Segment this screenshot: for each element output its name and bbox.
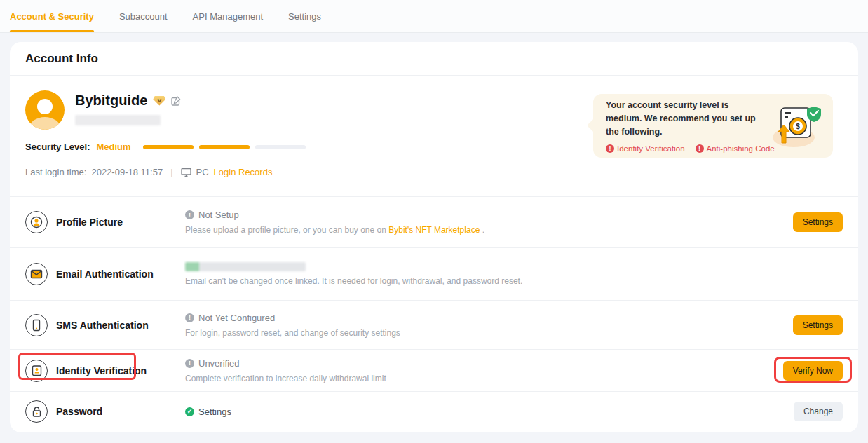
nft-marketplace-link[interactable]: Bybit's NFT Marketplace xyxy=(388,225,480,235)
meter-segment-filled xyxy=(199,145,250,149)
info-icon: ! xyxy=(185,210,194,219)
avatar[interactable] xyxy=(25,90,65,130)
monitor-icon xyxy=(181,168,191,177)
identity-card-icon xyxy=(25,360,48,382)
phone-icon xyxy=(25,314,48,336)
notice-item-anti-phishing-code[interactable]: ! Anti-phishing Code xyxy=(696,144,775,153)
last-login-time: 2022-09-18 11:57 xyxy=(91,167,163,177)
security-illustration: $ xyxy=(770,104,825,149)
page-title: Account Info xyxy=(25,52,98,66)
status-line: ✓ Settings xyxy=(185,407,794,417)
login-records-link[interactable]: Login Records xyxy=(214,167,273,177)
change-password-button[interactable]: Change xyxy=(794,402,843,421)
status-description: Email can't be changed once linked. It i… xyxy=(185,276,843,286)
check-icon: ✓ xyxy=(185,407,194,416)
tab-api-management[interactable]: API Management xyxy=(193,0,263,32)
alert-icon: ! xyxy=(606,144,614,153)
meter-segment-filled xyxy=(143,145,194,149)
notice-item-label: Anti-phishing Code xyxy=(707,144,775,153)
svg-text:$: $ xyxy=(796,123,800,130)
status-line: ! Not Yet Configured xyxy=(185,313,793,323)
lock-icon xyxy=(25,400,48,423)
separator: | xyxy=(170,167,172,177)
row-password: Password ✓ Settings Change xyxy=(10,391,858,431)
row-profile-picture: Profile Picture ! Not Setup Please uploa… xyxy=(10,196,858,247)
status-description: For login, password reset, and change of… xyxy=(185,328,793,338)
sms-settings-button[interactable]: Settings xyxy=(793,315,843,335)
row-email-authentication: Email Authentication Email can't be chan… xyxy=(10,247,858,300)
notice-item-identity-verification[interactable]: ! Identity Verification xyxy=(606,144,685,153)
security-level-label: Security Level: xyxy=(25,142,90,152)
edit-username-icon[interactable] xyxy=(171,96,181,106)
notice-title: Your account security level is medium. W… xyxy=(606,99,766,138)
row-label: Email Authentication xyxy=(56,268,154,280)
meter-segment-empty xyxy=(255,145,306,149)
security-notice-bubble: Your account security level is medium. W… xyxy=(593,94,833,158)
status-line: ! Unverified xyxy=(185,358,783,369)
avatar-head-shape xyxy=(37,99,53,114)
status-text: Not Yet Configured xyxy=(198,313,275,323)
vip-badge-icon: V xyxy=(153,96,165,106)
info-icon: ! xyxy=(185,359,194,368)
status-line: ! Not Setup xyxy=(185,210,793,220)
username: Bybitguide xyxy=(75,93,147,109)
verify-now-button[interactable]: Verify Now xyxy=(783,361,843,381)
last-login-label: Last login time: xyxy=(25,167,86,177)
desc-text: . xyxy=(480,225,484,235)
top-tab-bar: Account & Security Subaccount API Manage… xyxy=(0,0,868,33)
row-label: Profile Picture xyxy=(56,217,123,228)
security-level-meter xyxy=(143,145,306,149)
device-label: PC xyxy=(196,167,209,177)
notice-item-label: Identity Verification xyxy=(617,144,685,153)
status-text: Not Setup xyxy=(198,210,239,220)
profile-picture-settings-button[interactable]: Settings xyxy=(793,212,843,232)
tab-account-security[interactable]: Account & Security xyxy=(10,0,94,32)
avatar-body-shape xyxy=(29,117,60,130)
row-label: SMS Authentication xyxy=(56,320,149,331)
tab-settings[interactable]: Settings xyxy=(288,0,321,32)
status-description: Please upload a profile picture, or you … xyxy=(185,225,793,235)
security-level-value: Medium xyxy=(97,142,131,152)
status-text: Settings xyxy=(198,407,231,417)
row-label: Password xyxy=(56,406,102,417)
email-icon xyxy=(25,263,48,285)
account-info-card: Account Info Bybitguide V xyxy=(10,42,858,432)
redacted-email-value xyxy=(185,262,306,271)
row-label: Identity Verification xyxy=(56,365,147,376)
tab-subaccount[interactable]: Subaccount xyxy=(119,0,168,32)
card-header: Account Info xyxy=(10,42,858,75)
profile-picture-icon xyxy=(25,211,48,233)
last-login-line: Last login time: 2022-09-18 11:57 | PC L… xyxy=(25,167,843,177)
status-text: Unverified xyxy=(198,358,240,369)
info-icon: ! xyxy=(185,313,194,322)
alert-icon: ! xyxy=(696,144,704,153)
desc-text: Please upload a profile picture, or you … xyxy=(185,225,388,235)
status-description: Complete verification to increase daily … xyxy=(185,374,783,383)
redacted-uid xyxy=(75,115,161,125)
row-sms-authentication: SMS Authentication ! Not Yet Configured … xyxy=(10,300,858,349)
row-identity-verification: Identity Verification ! Unverified Compl… xyxy=(10,349,858,391)
